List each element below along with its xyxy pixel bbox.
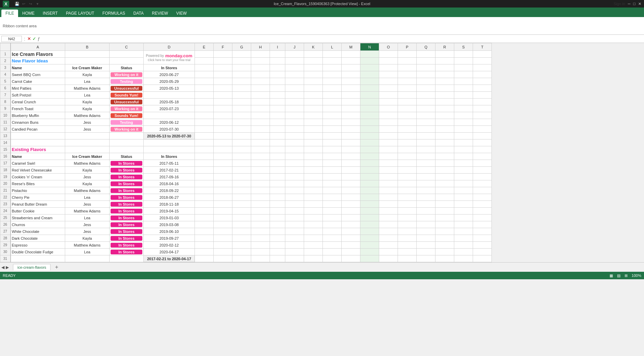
nf-row-date[interactable]: 2020-07-30	[144, 126, 195, 133]
nf-row-date[interactable]: 2020-06-27	[144, 71, 195, 78]
nf-row-maker[interactable]: Jess	[65, 126, 110, 133]
col-header-a[interactable]: A	[11, 43, 65, 51]
tab-data[interactable]: DATA	[129, 10, 148, 17]
sign-in-link[interactable]: Sign in	[614, 2, 625, 6]
close-btn[interactable]: ✕	[638, 2, 641, 6]
col-header-c[interactable]: C	[110, 43, 144, 51]
nf-row-name[interactable]: Soft Pretzel	[11, 92, 65, 99]
nf-row-maker[interactable]: Jess	[65, 119, 110, 126]
nf-row-name[interactable]: Candied Pecan	[11, 126, 65, 133]
cancel-formula-icon[interactable]: ✕	[27, 36, 31, 41]
nf-row-date[interactable]: 2020-06-12	[144, 119, 195, 126]
nf-row-status[interactable]: Unsuccessful	[110, 99, 144, 105]
col-header-t[interactable]: T	[473, 43, 492, 51]
confirm-formula-icon[interactable]: ✓	[32, 36, 36, 41]
powered-by-label: Powered by	[146, 54, 164, 58]
tab-view[interactable]: VIEW	[172, 10, 191, 17]
insert-function-icon[interactable]: ƒ	[38, 36, 40, 41]
sheet-tab-ice-cream[interactable]: ice-cream-flavors	[13, 264, 51, 270]
nf-row-maker[interactable]: Kayla	[65, 71, 110, 78]
nf-row-name[interactable]: Sweet BBQ Corn	[11, 71, 65, 78]
cell-reference[interactable]: N42	[1, 36, 22, 42]
nf-row-maker[interactable]: Lea	[65, 78, 110, 85]
table-row: 24 Butter CookieMatthew Adams In Stores …	[0, 208, 492, 214]
nf-row-date[interactable]: 2020-05-13	[144, 85, 195, 92]
minimize-btn[interactable]: ─	[628, 2, 631, 6]
nf-row-date[interactable]	[144, 112, 195, 119]
sheet-area[interactable]: A B C D E F G H I J K L M N O P Q R S T	[0, 43, 644, 262]
tab-home[interactable]: HOME	[18, 10, 39, 17]
monday-cta[interactable]: Click here to start your free trial	[145, 58, 194, 62]
col-header-g[interactable]: G	[232, 43, 251, 51]
customize-icon[interactable]: ▾	[34, 1, 41, 7]
restore-btn[interactable]: □	[633, 2, 635, 6]
nf-row-date[interactable]: 2020-05-18	[144, 99, 195, 105]
nf-row-maker[interactable]: Kayla	[65, 99, 110, 105]
col-header-h[interactable]: H	[251, 43, 270, 51]
view-layout-icon[interactable]: ▤	[617, 273, 620, 278]
nf-row-maker[interactable]: Lea	[65, 92, 110, 99]
tab-review[interactable]: REVIEW	[148, 10, 172, 17]
scroll-right-icon[interactable]: ▶	[6, 265, 9, 270]
redo-icon[interactable]: ↪	[28, 1, 34, 7]
tab-file[interactable]: FILE	[1, 10, 18, 17]
scroll-left-icon[interactable]: ◀	[1, 265, 4, 270]
table-row: 20 Reese's BitesKayla In Stores 2018-04-…	[0, 180, 492, 187]
nf-row-maker[interactable]: Kayla	[65, 105, 110, 112]
main-title-cell[interactable]: Ice Cream Flavors	[11, 51, 65, 58]
col-header-m[interactable]: M	[342, 43, 360, 51]
nf-row-maker[interactable]: Matthew Adams	[65, 112, 110, 119]
nf-row-status[interactable]: Working on it	[110, 126, 144, 133]
table-row: 5 Carrot Cake Lea Testing 2020-05-29	[0, 78, 492, 85]
new-flavor-section-title[interactable]: New Flavor Ideas	[11, 58, 65, 64]
nf-row-status[interactable]: Sounds Yum!	[110, 112, 144, 119]
nf-row-name[interactable]: French Toast	[11, 105, 65, 112]
column-header-row: A B C D E F G H I J K L M N O P Q R S T	[0, 43, 492, 51]
add-sheet-button[interactable]: ＋	[52, 264, 61, 271]
col-header-q[interactable]: Q	[417, 43, 435, 51]
col-header-k[interactable]: K	[304, 43, 323, 51]
nf-row-status[interactable]: Working on it	[110, 105, 144, 112]
nf-row-maker[interactable]: Matthew Adams	[65, 85, 110, 92]
col-header-d[interactable]: D	[144, 43, 195, 51]
nf-row-name[interactable]: Cereal Crunch	[11, 99, 65, 105]
col-header-b[interactable]: B	[65, 43, 110, 51]
monday-promo: Powered by monday.com Click here to star…	[145, 53, 194, 62]
table-row: 18 Red Velvet CheesecakeKayla In Stores …	[0, 167, 492, 174]
formula-input[interactable]	[41, 36, 643, 41]
nf-row-status[interactable]: Testing	[110, 119, 144, 126]
col-header-p[interactable]: P	[398, 43, 417, 51]
nf-row-status[interactable]: Unsuccessful	[110, 85, 144, 92]
nf-row-name[interactable]: Mint Patties	[11, 85, 65, 92]
nf-row-date[interactable]	[144, 92, 195, 99]
view-page-icon[interactable]: ⊞	[625, 273, 628, 278]
ribbon-body: Ribbon content area	[0, 17, 644, 35]
tab-page-layout[interactable]: PAGE LAYOUT	[62, 10, 98, 17]
tab-formulas[interactable]: FORMULAS	[98, 10, 129, 17]
col-header-l[interactable]: L	[323, 43, 342, 51]
nf-row-name[interactable]: Blueberry Muffin	[11, 112, 65, 119]
col-header-r[interactable]: R	[435, 43, 454, 51]
col-header-f[interactable]: F	[214, 43, 232, 51]
nf-row-name[interactable]: Cinnamon Buns	[11, 119, 65, 126]
col-header-e[interactable]: E	[195, 43, 214, 51]
tab-insert[interactable]: INSERT	[39, 10, 62, 17]
nf-row-date[interactable]: 2020-05-29	[144, 78, 195, 85]
nf-row-status[interactable]: Sounds Yum!	[110, 92, 144, 99]
save-icon[interactable]: 💾	[14, 1, 20, 7]
undo-icon[interactable]: ↩	[21, 1, 27, 7]
nf-row-status[interactable]: Working on it	[110, 71, 144, 78]
quick-access-toolbar: 💾 ↩ ↪ ▾	[14, 1, 41, 7]
table-row: 4 Sweet BBQ Corn Kayla Working on it 202…	[0, 71, 492, 78]
col-header-s[interactable]: S	[454, 43, 473, 51]
nf-row-date[interactable]: 2020-07-23	[144, 105, 195, 112]
table-row: 27 White ChocolateJess In Stores 2019-06…	[0, 228, 492, 235]
nf-row-name[interactable]: Carrot Cake	[11, 78, 65, 85]
nf-row-status[interactable]: Testing	[110, 78, 144, 85]
col-header-n[interactable]: N	[360, 43, 379, 51]
existing-flavor-section-title[interactable]: Existing Flavors	[11, 146, 65, 153]
col-header-i[interactable]: I	[270, 43, 285, 51]
view-normal-icon[interactable]: ▦	[610, 273, 613, 278]
col-header-o[interactable]: O	[379, 43, 398, 51]
col-header-j[interactable]: J	[285, 43, 304, 51]
